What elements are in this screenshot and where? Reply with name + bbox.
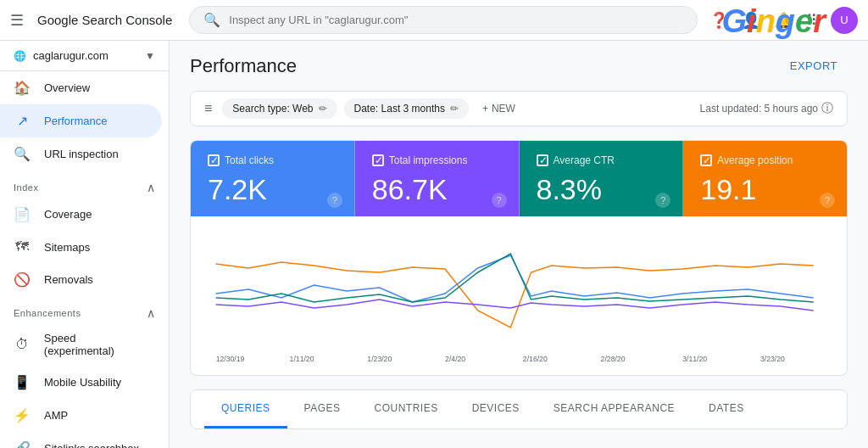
sidebar-item-label: Removals (44, 273, 93, 286)
enhancements-collapse-icon[interactable]: ∧ (147, 306, 156, 320)
total-clicks-checkbox[interactable] (208, 154, 220, 166)
domain-selector[interactable]: 🌐 caglarugur.com ▼ (0, 41, 169, 71)
tab-pages[interactable]: PAGES (287, 390, 358, 428)
tab-devices[interactable]: DEVICES (455, 390, 537, 428)
plus-icon: + (482, 103, 488, 115)
average-position-checkbox[interactable] (700, 154, 712, 166)
total-impressions-checkbox[interactable] (372, 154, 384, 166)
total-impressions-label: Total impressions (372, 154, 502, 166)
sidebar-item-coverage[interactable]: 📄 Coverage (0, 198, 162, 231)
sidebar: 🌐 caglarugur.com ▼ 🏠 Overview ↗ Performa… (0, 41, 170, 448)
tab-dates[interactable]: DATES (692, 390, 761, 428)
removals-icon: 🚫 (14, 272, 31, 288)
date-range-filter[interactable]: Date: Last 3 months ✏ (344, 98, 469, 119)
search-bar: 🔍 (189, 6, 698, 34)
total-impressions-card: Total impressions 86.7K ? (355, 141, 520, 216)
main-content: Performance EXPORT ≡ Search type: Web ✏ … (170, 41, 868, 448)
sitelinks-icon: 🔗 (14, 440, 31, 448)
topbar-right: ❓ 👤 🔔 ⠿ U (709, 7, 858, 34)
sidebar-item-amp[interactable]: ⚡ AMP (0, 399, 162, 432)
filter-bar-right: Last updated: 5 hours ago ⓘ (700, 101, 833, 116)
search-type-label: Search type: Web (232, 103, 313, 115)
url-inspection-icon: 🔍 (14, 146, 31, 162)
sidebar-item-sitemaps[interactable]: 🗺 Sitemaps (0, 231, 162, 263)
info-icon[interactable]: ⓘ (821, 101, 833, 116)
svg-text:3/23/20: 3/23/20 (760, 355, 785, 363)
sidebar-item-sitelinks-searchbox[interactable]: 🔗 Sitelinks searchbox (0, 432, 162, 448)
page-header: Performance EXPORT (190, 54, 848, 77)
tab-queries[interactable]: QUERIES (204, 390, 287, 428)
svg-text:1/11/20: 1/11/20 (290, 355, 314, 363)
sidebar-item-overview[interactable]: 🏠 Overview (0, 71, 162, 104)
sidebar-item-label: URL inspection (44, 148, 119, 160)
date-range-label: Date: Last 3 months (354, 103, 445, 115)
export-button[interactable]: EXPORT (780, 54, 848, 77)
avatar[interactable]: U (831, 7, 858, 34)
total-clicks-label: Total clicks (208, 154, 337, 166)
domain-arrow-icon: ▼ (145, 50, 155, 62)
domain-name: caglarugur.com (33, 49, 108, 62)
svg-text:2/16/20: 2/16/20 (523, 355, 548, 363)
apps-grid-icon[interactable]: ⠿ (806, 11, 817, 30)
filter-icon: ≡ (204, 101, 212, 116)
speed-icon: ⏱ (14, 337, 31, 352)
average-ctr-label: Average CTR (537, 154, 666, 166)
performance-chart: 12/30/19 1/11/20 1/23/20 2/4/20 2/16/20 … (208, 230, 830, 366)
sidebar-item-removals[interactable]: 🚫 Removals (0, 263, 162, 296)
sidebar-item-label: Mobile Usability (44, 376, 121, 389)
average-ctr-card: Average CTR 8.3% ? (520, 141, 684, 216)
svg-text:12/30/19: 12/30/19 (216, 355, 245, 363)
total-clicks-help-icon[interactable]: ? (327, 193, 342, 208)
total-clicks-card: Total clicks 7.2K ? (191, 141, 355, 216)
coverage-icon: 📄 (14, 206, 31, 222)
average-position-label: Average position (700, 154, 830, 166)
amp-icon: ⚡ (14, 407, 31, 423)
chart-area: 12/30/19 1/11/20 1/23/20 2/4/20 2/16/20 … (190, 216, 848, 376)
sidebar-item-label: Performance (44, 115, 107, 127)
tab-countries[interactable]: COUNTRIES (357, 390, 454, 428)
app-logo: Google Search Console (37, 13, 172, 27)
last-updated-text: Last updated: 5 hours ago (700, 103, 818, 115)
page-title: Performance (190, 55, 297, 77)
search-type-filter[interactable]: Search type: Web ✏ (222, 98, 337, 119)
sidebar-item-url-inspection[interactable]: 🔍 URL inspection (0, 137, 162, 171)
total-impressions-help-icon[interactable]: ? (492, 193, 507, 208)
search-type-edit-icon: ✏ (319, 103, 327, 115)
average-ctr-checkbox[interactable] (537, 154, 548, 166)
tab-search-appearance[interactable]: SEARCH APPEARANCE (537, 390, 692, 428)
enhancements-section-label: Enhancements ∧ (0, 296, 169, 323)
search-icon: 🔍 (203, 12, 220, 28)
notifications-icon[interactable]: 🔔 (774, 11, 793, 30)
sidebar-item-label: AMP (44, 409, 68, 422)
svg-text:1/23/20: 1/23/20 (367, 355, 392, 363)
filter-bar: ≡ Search type: Web ✏ Date: Last 3 months… (190, 91, 848, 126)
sidebar-item-label: Sitelinks searchbox (44, 442, 139, 448)
new-filter-button[interactable]: + NEW (476, 98, 522, 119)
date-range-edit-icon: ✏ (450, 103, 459, 115)
index-section-label: Index ∧ (0, 171, 169, 198)
sidebar-item-mobile-usability[interactable]: 📱 Mobile Usability (0, 366, 162, 399)
search-input[interactable] (229, 14, 683, 26)
average-ctr-help-icon[interactable]: ? (655, 193, 670, 208)
sidebar-item-performance[interactable]: ↗ Performance (0, 104, 162, 137)
help-icon[interactable]: ❓ (709, 11, 728, 30)
topbar: ☰ Google Search Console 🔍 ❓ 👤 🔔 ⠿ U Ging… (0, 0, 868, 41)
domain-icon: 🌐 (14, 50, 26, 62)
total-clicks-value: 7.2K (208, 173, 337, 206)
manage-users-icon[interactable]: 👤 (742, 11, 760, 30)
total-impressions-value: 86.7K (372, 173, 502, 206)
average-position-value: 19.1 (700, 173, 830, 206)
stats-container: Total clicks 7.2K ? Total impressions 86… (190, 140, 848, 216)
bottom-tabs: QUERIES PAGES COUNTRIES DEVICES SEARCH A… (190, 389, 848, 429)
average-position-card: Average position 19.1 ? (683, 141, 847, 216)
svg-text:2/28/20: 2/28/20 (601, 355, 626, 363)
sidebar-item-label: Coverage (44, 208, 92, 221)
svg-text:2/4/20: 2/4/20 (445, 355, 465, 363)
average-position-help-icon[interactable]: ? (820, 193, 835, 208)
sidebar-item-label: Sitemaps (44, 241, 90, 254)
sitemaps-icon: 🗺 (14, 239, 31, 255)
menu-icon[interactable]: ☰ (10, 11, 24, 30)
index-collapse-icon[interactable]: ∧ (147, 181, 156, 194)
layout: 🌐 caglarugur.com ▼ 🏠 Overview ↗ Performa… (0, 41, 868, 448)
sidebar-item-speed[interactable]: ⏱ Speed (experimental) (0, 323, 162, 366)
